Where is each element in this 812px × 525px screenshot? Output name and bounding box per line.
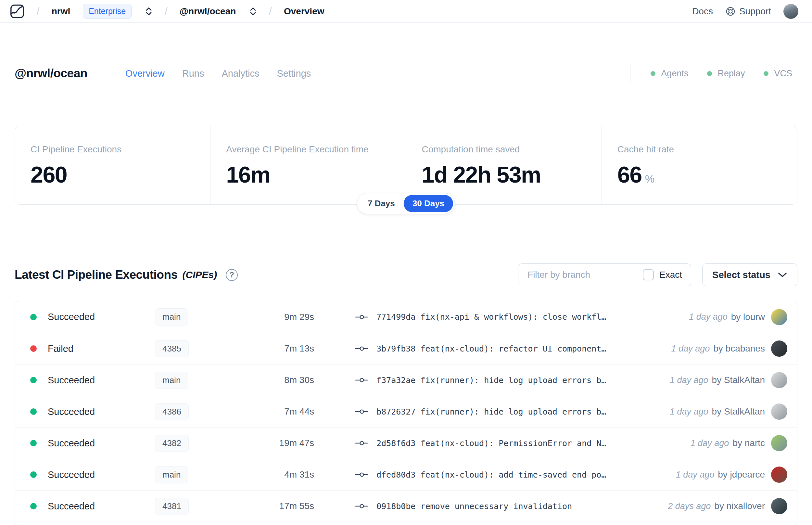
avatar[interactable] — [771, 341, 787, 357]
status-cell: Succeeded — [30, 501, 155, 512]
toggle-30-days[interactable]: 30 Days — [404, 195, 453, 212]
commit-cell: 3b79fb38 feat(nx-cloud): refactor UI com… — [355, 344, 671, 354]
feature-status-vcs[interactable]: VCS — [764, 69, 792, 79]
status-dot-icon — [707, 71, 712, 76]
author[interactable]: by lourw — [731, 312, 765, 322]
exact-checkbox[interactable] — [643, 269, 654, 280]
status-dot-icon — [30, 471, 37, 478]
commit-cell: f37a32ae fix(runner): hide log upload er… — [355, 376, 670, 385]
author[interactable]: by jdpearce — [718, 469, 765, 480]
git-commit-icon — [355, 314, 369, 320]
commit-message[interactable]: 3b79fb38 feat(nx-cloud): refactor UI com… — [377, 344, 606, 354]
workspace-switcher-icon[interactable] — [249, 7, 257, 16]
meta-cell: 1 day ago by bcabanes — [671, 341, 787, 357]
status-cell: Succeeded — [30, 312, 155, 322]
status-cell: Failed — [30, 343, 155, 354]
author[interactable]: by StalkAltan — [712, 406, 765, 417]
author[interactable]: by nixallover — [714, 501, 765, 511]
tab-overview[interactable]: Overview — [125, 68, 165, 79]
status-select[interactable]: Select status — [702, 264, 797, 286]
tab-settings[interactable]: Settings — [277, 68, 311, 79]
cipes-header: Latest CI Pipeline Executions (CIPEs) ? … — [15, 263, 797, 287]
branch-badge[interactable]: 4381 — [155, 498, 189, 515]
stats-cards: CI Pipeline Executions 260 Average CI Pi… — [15, 126, 797, 205]
org-switcher-icon[interactable] — [145, 7, 153, 16]
avatar[interactable] — [771, 498, 787, 514]
branch-badge[interactable]: main — [155, 372, 188, 389]
duration: 7m 44s — [252, 406, 314, 417]
branch-badge[interactable]: 4382 — [155, 435, 189, 452]
branch-badge[interactable]: main — [155, 308, 188, 326]
branch-cell: main — [155, 466, 252, 483]
feature-status-agents[interactable]: Agents — [650, 69, 688, 79]
avatar[interactable] — [771, 309, 787, 325]
commit-message[interactable]: 2d58f6d3 feat(nx-cloud): PermissionError… — [377, 439, 606, 448]
git-commit-icon — [355, 471, 369, 478]
commit-message[interactable]: dfed80d3 feat(nx-cloud): add time-saved … — [377, 470, 606, 480]
avatar[interactable] — [771, 435, 787, 451]
status-label: Succeeded — [48, 375, 95, 386]
feature-status-replay[interactable]: Replay — [707, 69, 745, 79]
author[interactable]: by StalkAltan — [712, 375, 765, 385]
branch-badge[interactable]: main — [155, 466, 188, 483]
avatar[interactable] — [771, 372, 787, 388]
breadcrumb-separator: / — [265, 5, 276, 17]
stat-value: 66% — [617, 162, 797, 188]
status-dot-icon — [30, 408, 37, 415]
status-dot-icon — [764, 71, 768, 76]
status-label: Succeeded — [48, 438, 95, 449]
commit-message[interactable]: f37a32ae fix(runner): hide log upload er… — [377, 376, 606, 385]
commit-cell: 2d58f6d3 feat(nx-cloud): PermissionError… — [355, 439, 691, 448]
branch-filter-input[interactable] — [518, 264, 634, 286]
table-row[interactable]: Succeeded main 8m 30s f37a32ae fix(runne… — [15, 364, 797, 396]
author[interactable]: by nartc — [732, 438, 765, 448]
table-row[interactable]: Succeeded main 9m 29s 771499da fix(nx-ap… — [15, 301, 797, 333]
toggle-7-days[interactable]: 7 Days — [359, 195, 404, 212]
section-title: Latest CI Pipeline Executions — [15, 268, 178, 282]
lifebuoy-icon — [725, 6, 736, 17]
meta-cell: 1 day ago by lourw — [689, 309, 787, 325]
git-commit-icon — [355, 440, 369, 446]
docs-link[interactable]: Docs — [692, 6, 713, 17]
commit-message[interactable]: b8726327 fix(runner): hide log upload er… — [377, 407, 606, 417]
duration: 7m 13s — [252, 343, 314, 354]
meta-cell: 2 days ago by nixallover — [668, 498, 787, 514]
breadcrumb-workspace[interactable]: @nrwl/ocean — [180, 6, 236, 17]
status-dot-icon — [30, 503, 37, 509]
commit-cell: 771499da fix(nx-api & workflows): close … — [355, 312, 689, 321]
tab-runs[interactable]: Runs — [182, 68, 204, 79]
user-avatar[interactable] — [783, 4, 798, 19]
duration: 9m 29s — [252, 312, 314, 322]
meta-cell: 1 day ago by StalkAltan — [670, 372, 787, 388]
breadcrumb-page: Overview — [284, 6, 324, 17]
commit-message[interactable]: 771499da fix(nx-api & workflows): close … — [377, 312, 606, 321]
tab-analytics[interactable]: Analytics — [221, 68, 259, 79]
breadcrumb-org[interactable]: nrwl — [52, 6, 71, 17]
git-commit-icon — [355, 408, 369, 415]
stat-value: 16m — [226, 162, 406, 188]
support-link[interactable]: Support — [725, 6, 771, 17]
avatar[interactable] — [771, 404, 787, 420]
table-row[interactable]: Succeeded 4386 7m 44s b8726327 fix(runne… — [15, 396, 797, 427]
branch-badge[interactable]: 4386 — [155, 403, 189, 420]
table-row[interactable]: Succeeded main 4m 31s dfed80d3 feat(nx-c… — [15, 459, 797, 490]
commit-cell: b8726327 fix(runner): hide log upload er… — [355, 407, 670, 417]
workspace-header: @nrwl/ocean Overview Runs Analytics Sett… — [0, 61, 812, 86]
branch-badge[interactable]: 4385 — [155, 340, 189, 357]
commit-message[interactable]: 0918b0be remove unnecessary invalidation — [377, 501, 572, 511]
help-icon[interactable]: ? — [226, 269, 238, 281]
chevron-down-icon — [778, 272, 787, 278]
status-dot-icon — [30, 377, 37, 384]
table-row[interactable]: Succeeded 4381 17m 55s 0918b0be remove u… — [15, 490, 797, 522]
table-row[interactable]: Succeeded 4382 19m 47s 2d58f6d3 feat(nx-… — [15, 427, 797, 459]
commit-cell: dfed80d3 feat(nx-cloud): add time-saved … — [355, 470, 676, 480]
status-cell: Succeeded — [30, 375, 155, 386]
nx-cloud-logo-icon[interactable] — [10, 4, 25, 19]
table-row[interactable]: Failed 4385 7m 13s 3b79fb38 feat(nx-clou… — [15, 333, 797, 364]
divider — [103, 63, 103, 84]
avatar[interactable] — [771, 466, 787, 483]
time-ago: 1 day ago — [670, 407, 708, 417]
git-commit-icon — [355, 377, 369, 384]
author[interactable]: by bcabanes — [713, 343, 765, 354]
branch-cell: 4381 — [155, 498, 252, 515]
